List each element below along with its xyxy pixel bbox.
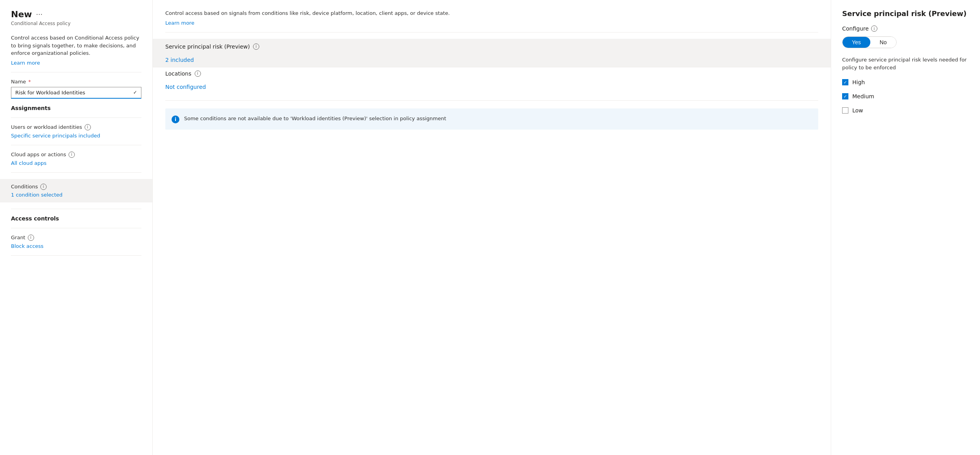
- left-description: Control access based on Conditional Acce…: [11, 34, 141, 57]
- users-field-label: Users or workload identities i: [11, 124, 141, 130]
- medium-checkbox-row[interactable]: Medium: [842, 93, 969, 99]
- configure-description: Configure service principal risk levels …: [842, 56, 969, 71]
- conditions-info-icon[interactable]: i: [40, 184, 47, 190]
- more-options-icon[interactable]: ···: [36, 10, 43, 18]
- divider-3: [11, 145, 141, 145]
- grant-field-label: Grant i: [11, 235, 141, 241]
- low-checkbox[interactable]: [842, 107, 848, 114]
- users-info-icon[interactable]: i: [85, 124, 91, 130]
- high-checkbox-row[interactable]: High: [842, 79, 969, 85]
- yes-no-toggle[interactable]: Yes No: [842, 36, 897, 48]
- cloud-apps-field-label: Cloud apps or actions i: [11, 152, 141, 158]
- no-toggle-button[interactable]: No: [870, 37, 896, 48]
- grant-info-icon[interactable]: i: [28, 235, 34, 241]
- middle-description: Control access based on signals from con…: [165, 9, 818, 17]
- service-principal-value[interactable]: 2 included: [165, 53, 818, 67]
- locations-section[interactable]: Locations i Not configured: [165, 70, 818, 101]
- service-principal-header: Service principal risk (Preview) i: [165, 39, 818, 50]
- middle-panel: Control access based on signals from con…: [153, 0, 831, 455]
- service-principal-label: Service principal risk (Preview): [165, 43, 250, 50]
- cloud-apps-info-icon[interactable]: i: [69, 152, 75, 158]
- service-principal-divider: [153, 67, 831, 67]
- yes-toggle-button[interactable]: Yes: [843, 37, 870, 48]
- name-input[interactable]: Risk for Workload Identities ✓: [11, 87, 141, 99]
- configure-label: Configure i: [842, 25, 969, 32]
- learn-more-link[interactable]: Learn more: [11, 60, 40, 66]
- service-principal-section[interactable]: Service principal risk (Preview) i 2 inc…: [153, 39, 831, 67]
- middle-learn-more-link[interactable]: Learn more: [165, 20, 194, 26]
- locations-value[interactable]: Not configured: [165, 80, 818, 94]
- right-panel: Service principal risk (Preview) Configu…: [831, 0, 980, 455]
- required-indicator: *: [28, 79, 31, 85]
- page-title: New: [11, 9, 32, 19]
- divider-6: [11, 228, 141, 228]
- service-principal-info-icon[interactable]: i: [253, 43, 259, 50]
- name-field-label: Name *: [11, 79, 141, 85]
- conditions-selected-value: 1 condition selected: [11, 192, 63, 198]
- high-checkbox-label: High: [852, 79, 865, 85]
- low-checkbox-label: Low: [852, 107, 863, 114]
- medium-checkbox[interactable]: [842, 93, 848, 99]
- divider-2: [11, 117, 141, 118]
- info-box-text: Some conditions are not available due to…: [184, 115, 446, 123]
- locations-label: Locations: [165, 70, 192, 77]
- configure-info-icon[interactable]: i: [871, 25, 877, 32]
- info-box: i Some conditions are not available due …: [165, 108, 818, 130]
- locations-divider: [165, 100, 818, 101]
- conditions-field-label: Conditions i: [11, 184, 141, 190]
- high-checkbox[interactable]: [842, 79, 848, 85]
- divider-1: [11, 72, 141, 72]
- chevron-down-icon: ✓: [133, 90, 137, 95]
- right-panel-title: Service principal risk (Preview): [842, 9, 969, 18]
- conditions-row[interactable]: Conditions i 1 condition selected: [0, 179, 152, 202]
- locations-header: Locations i: [165, 70, 818, 77]
- page-subtitle: Conditional Access policy: [11, 21, 141, 26]
- low-checkbox-row[interactable]: Low: [842, 107, 969, 114]
- divider-4: [11, 172, 141, 173]
- grant-value-link[interactable]: Block access: [11, 243, 141, 249]
- page-header: New ···: [11, 9, 141, 19]
- assignments-section-label: Assignments: [11, 105, 141, 111]
- cloud-apps-value-link[interactable]: All cloud apps: [11, 160, 141, 166]
- left-panel: New ··· Conditional Access policy Contro…: [0, 0, 153, 455]
- locations-info-icon[interactable]: i: [195, 70, 201, 77]
- divider-7: [11, 255, 141, 256]
- users-value-link[interactable]: Specific service principals included: [11, 133, 141, 139]
- access-controls-label: Access controls: [11, 215, 141, 222]
- medium-checkbox-label: Medium: [852, 93, 874, 99]
- middle-divider-1: [165, 32, 818, 32]
- divider-5: [11, 209, 141, 209]
- info-box-icon: i: [172, 116, 179, 123]
